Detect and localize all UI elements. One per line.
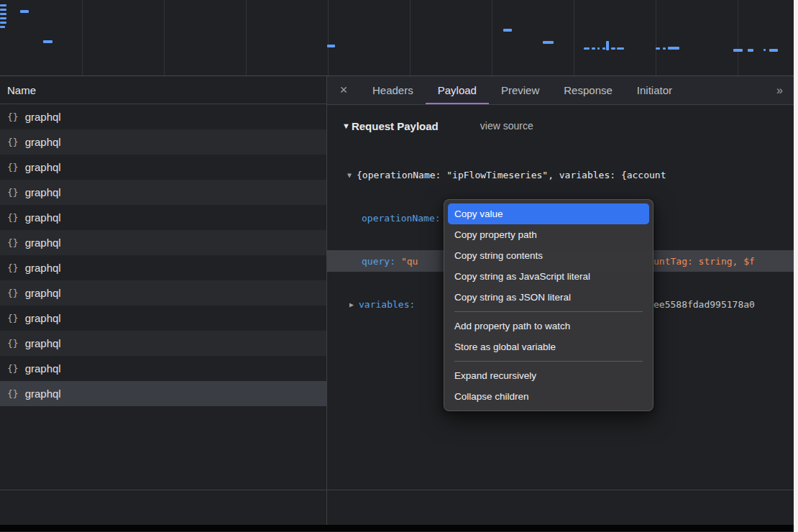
request-row[interactable]: {}graphql — [0, 180, 326, 205]
menu-item-add-property-path-to-watch[interactable]: Add property path to watch — [444, 316, 653, 336]
json-braces-icon: {} — [7, 262, 19, 273]
menu-item-collapse-children[interactable]: Collapse children — [444, 386, 653, 407]
section-title: Request Payload — [352, 120, 439, 132]
overview-request-bar — [0, 9, 6, 11]
json-braces-icon: {} — [7, 137, 19, 147]
section-expander-icon[interactable]: ▼ — [342, 121, 350, 130]
overview-request-bar — [748, 49, 753, 52]
json-braces-icon: {} — [7, 237, 19, 248]
request-payload-section-header[interactable]: ▼ Request Payload view source — [327, 115, 794, 137]
tab-initiator[interactable]: Initiator — [625, 76, 684, 104]
overview-gridline — [656, 0, 656, 75]
request-row[interactable]: {}graphql — [0, 356, 326, 381]
details-tab-bar: × HeadersPayloadPreviewResponseInitiator… — [327, 76, 794, 105]
menu-item-copy-value[interactable]: Copy value — [448, 203, 649, 224]
property-key: variables: — [359, 299, 415, 310]
menu-item-store-as-global-variable[interactable]: Store as global variable — [444, 336, 653, 357]
bottom-strip — [0, 490, 794, 525]
request-row[interactable]: {}graphql — [0, 331, 326, 356]
more-tabs-icon[interactable]: » — [765, 76, 794, 104]
bottom-strip-left — [0, 490, 327, 525]
request-row[interactable]: {}graphql — [0, 306, 326, 331]
overview-request-bar — [663, 47, 666, 50]
overview-request-bar — [592, 47, 595, 50]
json-braces-icon: {} — [7, 288, 19, 298]
request-row[interactable]: {}graphql — [0, 104, 326, 129]
tab-payload[interactable]: Payload — [426, 76, 489, 104]
overview-request-bar — [543, 41, 554, 44]
overview-request-bar — [656, 47, 660, 50]
request-name: graphql — [25, 186, 61, 198]
devtools-window: Name {}graphql{}graphql{}graphql{}graphq… — [0, 0, 798, 532]
overview-request-bar — [584, 47, 590, 50]
json-braces-icon: {} — [7, 212, 19, 223]
overview-request-bar — [769, 49, 778, 52]
close-icon[interactable]: × — [327, 76, 360, 104]
network-split-view: Name {}graphql{}graphql{}graphql{}graphq… — [0, 76, 794, 490]
request-row[interactable]: {}graphql — [0, 280, 326, 306]
name-column-label: Name — [7, 84, 36, 96]
overview-request-bar — [733, 49, 743, 52]
request-table: Name {}graphql{}graphql{}graphql{}graphq… — [0, 76, 327, 490]
request-name: graphql — [25, 387, 61, 400]
overview-request-bar — [327, 45, 335, 47]
menu-item-copy-property-path[interactable]: Copy property path — [444, 224, 653, 245]
overview-request-bar — [0, 17, 6, 19]
tree-row-root[interactable]: ▼{operationName: "ipFlowTimeseries", var… — [327, 164, 794, 185]
overview-gridline — [738, 0, 738, 75]
request-name: graphql — [25, 161, 61, 173]
expander-icon[interactable]: ▶ — [349, 301, 354, 308]
overview-request-bar — [0, 22, 6, 24]
request-row[interactable]: {}graphql — [0, 255, 326, 280]
overview-request-bar — [763, 49, 766, 51]
tab-response[interactable]: Response — [551, 76, 625, 104]
request-name: graphql — [25, 337, 61, 349]
name-column-header[interactable]: Name — [0, 76, 326, 104]
request-name: graphql — [25, 136, 61, 148]
request-list: {}graphql{}graphql{}graphql{}graphql{}gr… — [0, 104, 326, 490]
menu-item-copy-string-as-json-literal[interactable]: Copy string as JSON literal — [444, 287, 653, 308]
json-braces-icon: {} — [7, 363, 19, 374]
request-row[interactable]: {}graphql — [0, 129, 326, 155]
property-key: query: — [362, 256, 395, 267]
overview-gridline — [328, 0, 329, 75]
request-name: graphql — [25, 362, 61, 375]
request-row[interactable]: {}graphql — [0, 155, 326, 180]
overview-request-bar — [606, 41, 609, 50]
json-braces-icon: {} — [7, 313, 19, 324]
request-name: graphql — [25, 237, 61, 249]
request-row[interactable]: {}graphql — [0, 205, 326, 230]
menu-item-copy-string-contents[interactable]: Copy string contents — [444, 245, 653, 266]
request-name: graphql — [25, 262, 61, 274]
expander-icon[interactable]: ▼ — [347, 171, 352, 179]
overview-gridline — [410, 0, 411, 75]
property-key: operationName: — [362, 213, 441, 224]
request-row[interactable]: {}graphql — [0, 381, 326, 406]
overview-request-bar — [20, 10, 29, 13]
json-braces-icon: {} — [7, 111, 19, 122]
bottom-black-bar — [0, 525, 794, 531]
view-source-link[interactable]: view source — [480, 120, 533, 132]
json-braces-icon: {} — [7, 388, 19, 399]
json-braces-icon: {} — [7, 162, 19, 173]
overview-request-bar — [602, 47, 605, 50]
menu-item-copy-string-as-javascript-literal[interactable]: Copy string as JavaScript literal — [444, 266, 653, 287]
tabs-container: HeadersPayloadPreviewResponseInitiator — [360, 76, 684, 104]
overview-gridline — [164, 0, 165, 75]
tab-preview[interactable]: Preview — [489, 76, 551, 104]
tab-headers[interactable]: Headers — [360, 76, 426, 104]
devtools-network-panel: Name {}graphql{}graphql{}graphql{}graphq… — [0, 0, 794, 532]
object-summary-text: {operationName: "ipFlowTimeseries", vari… — [357, 170, 666, 180]
menu-item-expand-recursively[interactable]: Expand recursively — [444, 365, 653, 386]
overview-request-bar — [611, 47, 615, 50]
overview-request-bar — [503, 29, 512, 32]
menu-divider — [454, 311, 643, 312]
network-overview-timeline[interactable] — [0, 0, 794, 76]
request-row[interactable]: {}graphql — [0, 230, 326, 255]
overview-request-bar — [43, 40, 52, 43]
request-name: graphql — [25, 287, 61, 299]
menu-divider — [454, 361, 643, 362]
json-braces-icon: {} — [7, 187, 19, 198]
request-name: graphql — [25, 211, 61, 224]
property-value-end: untTag: string, $f — [653, 256, 755, 267]
